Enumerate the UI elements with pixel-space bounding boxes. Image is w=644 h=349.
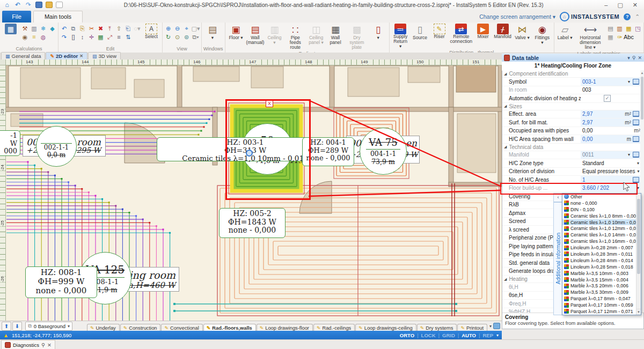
- property-row-h-c-area-spacing-from-wall[interactable]: H/C Area spacing from wall0,00m: [502, 135, 640, 144]
- screen-icon[interactable]: [633, 79, 639, 85]
- config-icon[interactable]: ◍: [39, 33, 47, 41]
- cut-icon[interactable]: ✂: [87, 25, 96, 32]
- covering-option[interactable]: Linoleum λ=0,28 3mm - 0,011: [562, 251, 641, 257]
- people-icon[interactable]: ◉: [21, 33, 29, 41]
- open-folder-icon[interactable]: [46, 2, 53, 8]
- graphic-frame-icon[interactable]: ▤: [606, 25, 614, 32]
- property-row-surf-for-bill-mat-[interactable]: Surf. for bill mat.2,97m²: [502, 118, 640, 127]
- source-button[interactable]: ▯Source: [411, 23, 429, 41]
- diagnostics-close-icon[interactable]: ✕: [47, 342, 52, 348]
- pan-icon[interactable]: ⊙: [173, 33, 181, 41]
- raise-icon[interactable]: ⤒: [106, 25, 114, 32]
- remote-connection-button[interactable]: ⇄Remote connection: [450, 23, 473, 44]
- active-layer-combo[interactable]: ⧉ 0 Baseground ▾: [25, 322, 72, 331]
- layer-tab-rad-ceilings[interactable]: ✎Rad.-ceilings: [313, 324, 355, 331]
- selection-handle[interactable]: [246, 150, 253, 157]
- fittings-button[interactable]: ◉Fittings ▾: [532, 23, 552, 46]
- dropdown-arrow-icon[interactable]: ▾: [627, 79, 631, 84]
- select-button[interactable]: ASelect: [142, 23, 160, 40]
- scale-icon[interactable]: ⤢: [106, 33, 114, 41]
- app-home-icon[interactable]: ⌂: [3, 2, 11, 9]
- section-sizes[interactable]: ◢Sizes: [502, 103, 640, 110]
- screen-icon[interactable]: [633, 120, 639, 125]
- flag-auto[interactable]: AUTO: [462, 332, 476, 338]
- covering-option[interactable]: Marble λ=3,5 10mm - 0,003: [562, 270, 641, 277]
- manifold-button[interactable]: ᚋManifold: [493, 23, 512, 40]
- flag-rep[interactable]: REP: [482, 332, 493, 338]
- property-value[interactable]: 0,00m²: [581, 127, 640, 135]
- label-button[interactable]: ▱Label ▾: [556, 23, 574, 41]
- property-value[interactable]: 003-1▾: [581, 78, 640, 86]
- covering-option[interactable]: Marble λ=3,5 30mm - 0,009: [562, 289, 641, 295]
- covering-option[interactable]: Marble λ=3,5 20mm - 0,006: [562, 283, 641, 289]
- image-icon[interactable]: ◳: [634, 25, 642, 32]
- flip-icon[interactable]: ⇅: [124, 33, 132, 41]
- more-edit-icon[interactable]: ◌▾: [133, 25, 141, 32]
- covering-option[interactable]: Ceramic tiles λ=1,0 8mm - 0,008: [562, 213, 641, 219]
- split-icon[interactable]: ↕: [78, 33, 86, 41]
- horizontal-dimension-line-button[interactable]: ⟷Horizontal dimension line ▾: [575, 23, 605, 50]
- dropdown-scrollbar[interactable]: ▼: [636, 194, 641, 315]
- loop-circle-va75[interactable]: VA 75 004-1-1 73,9 m: [360, 128, 407, 175]
- covering-option[interactable]: Other: [562, 194, 641, 200]
- covering-option[interactable]: Marble λ=3,5 15mm - 0,004: [562, 277, 641, 283]
- doc-tab-3d-view[interactable]: ▧3D view: [88, 52, 121, 60]
- mixer-button[interactable]: ▶Mixer: [474, 23, 492, 40]
- hz-label-edge-partial[interactable]: -1 W 000: [0, 130, 20, 156]
- windows-button[interactable]: ▤▾: [203, 23, 222, 41]
- hz-label-008-1[interactable]: HZ: 008-1 ΦH=999 W none - 0,000: [25, 266, 97, 298]
- calculations-button[interactable]: ▦: [2, 23, 20, 35]
- zoom-in-icon[interactable]: ⊕: [164, 25, 172, 32]
- panel-pin-icon[interactable]: ⚲: [632, 55, 636, 61]
- property-row-criterion-of-division[interactable]: Criterion of divisionEqual pressure loss…: [502, 168, 640, 176]
- doc-tab-general-data[interactable]: ▦General data: [1, 52, 45, 60]
- layer-tab-construction[interactable]: ✎Construction: [120, 324, 161, 331]
- node-icon[interactable]: ✛: [87, 33, 96, 41]
- flag-grid[interactable]: GRID: [442, 332, 455, 338]
- property-value[interactable]: 3.660 / 202▾: [581, 184, 640, 192]
- hatch-icon[interactable]: ▥: [616, 25, 624, 32]
- prev-view-icon[interactable]: ⊚: [182, 33, 191, 41]
- grid-icon[interactable]: ▦: [606, 33, 614, 41]
- brackets-icon[interactable]: []: [69, 33, 77, 41]
- layer-tab-loop-drawings-ceiling[interactable]: ✎Loop drawings-ceiling: [355, 324, 416, 331]
- undo-icon[interactable]: ↶: [14, 2, 21, 9]
- riser-button[interactable]: ✎Riser: [430, 23, 449, 40]
- section-technical-data[interactable]: ◢Technical data: [502, 144, 640, 151]
- property-row-no-of-h-c-areas[interactable]: No. of H/C Areas1: [502, 176, 640, 184]
- screen-icon[interactable]: [633, 111, 639, 117]
- file-menu-button[interactable]: File: [2, 11, 31, 23]
- layer-tab-loop-drawings-floor[interactable]: ✎Loop drawings-floor: [257, 324, 313, 331]
- screen-icon[interactable]: [633, 136, 639, 142]
- layer-tab-underlay[interactable]: ✎Underlay: [87, 324, 120, 331]
- pipe-feeds-route-button[interactable]: ⸬Pipe feeds route: [285, 23, 306, 50]
- covering-option[interactable]: none - 0,000: [562, 200, 641, 206]
- property-row-symbol[interactable]: Symbol003-1▾: [502, 78, 640, 86]
- valve-button[interactable]: ⋈Valve ▾: [513, 23, 531, 41]
- minimize-button[interactable]: –: [604, 2, 608, 9]
- tools-icon[interactable]: ⚒: [21, 25, 29, 32]
- covering-option[interactable]: Linoleum λ=0,28 4mm - 0,014: [562, 257, 641, 264]
- dropdown-arrow-icon[interactable]: ▾: [636, 185, 640, 190]
- align-icon[interactable]: ≡: [115, 33, 123, 41]
- viewports-icon[interactable]: ⧉▾: [192, 33, 200, 41]
- screen-icon[interactable]: [633, 152, 639, 158]
- screen-icon[interactable]: [633, 177, 639, 183]
- hz-label-004-1[interactable]: HZ: 004-1 ΦH=289 W none - 0,000: [302, 137, 354, 166]
- draw-icon[interactable]: ✑: [616, 33, 624, 41]
- flag-orto[interactable]: ORTO: [400, 332, 414, 338]
- section-component-identification[interactable]: ◢Component identification: [502, 70, 640, 78]
- property-value[interactable]: Standard▾: [581, 159, 640, 167]
- property-row-h-c-zone-type[interactable]: H/C Zone typeStandard▾: [502, 159, 640, 168]
- redo-icon[interactable]: ↷: [25, 2, 32, 9]
- property-value[interactable]: 0,00m: [581, 135, 640, 143]
- property-row-floor-build-up-[interactable]: Floor build-up ...3.660 / 202▾: [502, 184, 640, 193]
- loop-circle-002[interactable]: 002-1-1 0,0 m: [36, 126, 77, 167]
- warning-icon[interactable]: ▲: [3, 332, 9, 338]
- water-icon[interactable]: ◆: [48, 25, 56, 32]
- cooling-icon[interactable]: ❄: [39, 25, 47, 32]
- tab-main-tools[interactable]: Main tools: [33, 11, 83, 23]
- collapse-ribbon-icon[interactable]: ⌃: [635, 13, 640, 20]
- panel-close-icon[interactable]: ✕: [638, 55, 642, 61]
- property-value[interactable]: 2,97m²: [581, 118, 640, 127]
